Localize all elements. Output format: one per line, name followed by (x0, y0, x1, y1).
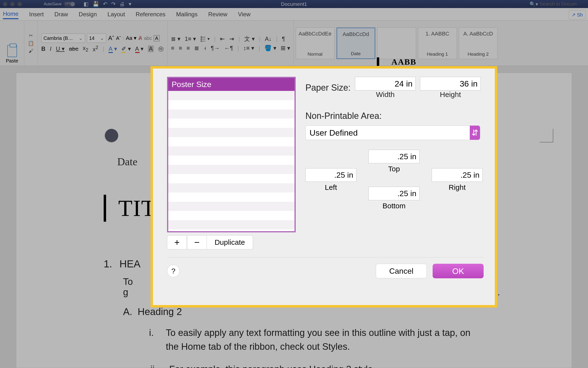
list-item[interactable] (168, 156, 294, 165)
right-margin-input[interactable] (432, 168, 483, 182)
listbox-rows (168, 91, 294, 232)
page-setup-dialog: Poster Size + − Duplicate Paper Size: W (150, 66, 497, 307)
right-label: Right (432, 183, 483, 192)
select-stepper-icon[interactable]: ⇵ (470, 126, 480, 140)
list-item[interactable] (168, 202, 294, 211)
left-label: Left (305, 183, 356, 192)
non-printable-area-label: Non-Printable Area: (305, 111, 484, 121)
non-printable-area-select[interactable]: User Defined ⇵ (305, 125, 480, 140)
plus-icon: + (174, 237, 180, 248)
minus-icon: − (194, 237, 200, 248)
list-item[interactable] (168, 109, 294, 119)
list-item[interactable] (168, 193, 294, 202)
remove-button[interactable]: − (187, 235, 207, 249)
listbox-header[interactable]: Poster Size (168, 78, 294, 91)
list-item[interactable] (168, 165, 294, 174)
list-item[interactable] (168, 100, 294, 109)
list-item[interactable] (168, 220, 294, 230)
height-input[interactable] (420, 77, 481, 91)
paper-size-listbox[interactable]: Poster Size (167, 77, 296, 232)
width-input[interactable] (355, 77, 416, 91)
list-item[interactable] (168, 174, 294, 183)
list-item[interactable] (168, 91, 294, 100)
help-button[interactable]: ? (167, 265, 180, 277)
list-item[interactable] (168, 137, 294, 146)
list-item[interactable] (168, 146, 294, 156)
width-label: Width (355, 91, 416, 99)
bottom-margin-input[interactable] (369, 187, 420, 200)
cancel-button[interactable]: Cancel (376, 264, 427, 278)
question-icon: ? (171, 267, 176, 275)
list-item[interactable] (168, 119, 294, 128)
list-item[interactable] (168, 211, 294, 220)
add-button[interactable]: + (167, 235, 187, 249)
ok-button[interactable]: OK (433, 264, 484, 278)
list-item[interactable] (168, 183, 294, 193)
bottom-label: Bottom (369, 202, 420, 210)
left-margin-input[interactable] (305, 168, 356, 182)
height-label: Height (420, 91, 481, 99)
top-margin-input[interactable] (369, 150, 420, 163)
divider (167, 257, 484, 258)
duplicate-button[interactable]: Duplicate (207, 235, 253, 249)
list-item[interactable] (168, 128, 294, 137)
top-label: Top (369, 165, 420, 173)
paper-size-label: Paper Size: (305, 83, 351, 93)
